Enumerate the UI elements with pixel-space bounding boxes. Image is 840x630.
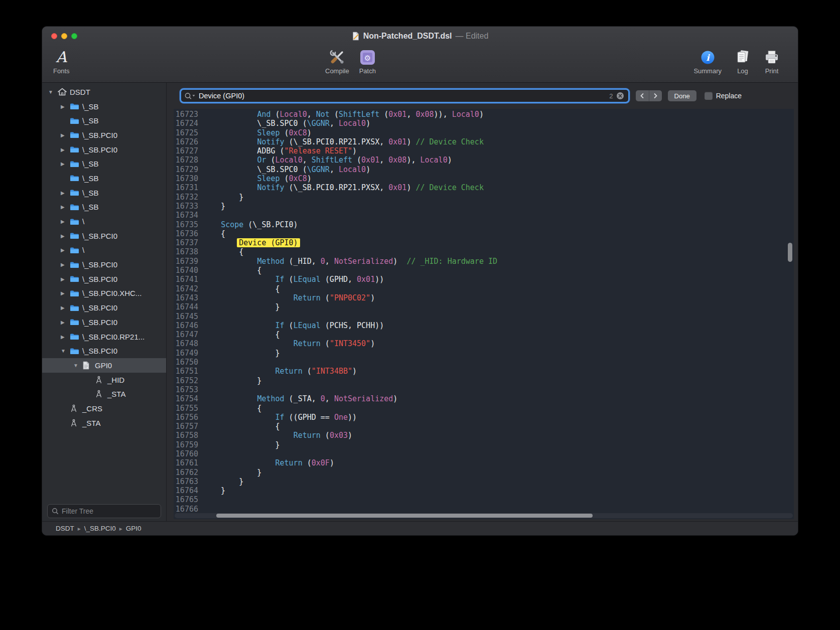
tree-item-sbpci0[interactable]: ▶\_SB.PCI0: [42, 272, 166, 286]
disclosure-collapsed-icon[interactable]: ▶: [60, 204, 70, 210]
replace-checkbox[interactable]: [705, 92, 713, 100]
disclosure-collapsed-icon[interactable]: ▶: [60, 190, 70, 196]
filter-tree-field[interactable]: [47, 504, 161, 518]
breadcrumb-item[interactable]: \_SB.PCI0: [84, 525, 116, 532]
code-line-16762[interactable]: }: [203, 468, 794, 477]
tree-item-sb[interactable]: \_SB: [42, 113, 166, 128]
tree-item-sbpci0[interactable]: ▼\_SB.PCI0: [42, 344, 166, 358]
code-line-16750[interactable]: [203, 358, 794, 367]
disclosure-expanded-icon[interactable]: ▼: [47, 89, 57, 95]
fonts-button[interactable]: A Fonts: [53, 48, 70, 75]
code-line-16736[interactable]: {: [203, 229, 794, 238]
tree-item-[interactable]: ▶\: [42, 214, 166, 229]
disclosure-collapsed-icon[interactable]: ▶: [60, 276, 70, 282]
filter-tree-input[interactable]: [62, 507, 157, 515]
breadcrumb-item[interactable]: GPI0: [126, 525, 142, 532]
tree-item-sb[interactable]: ▶\_SB: [42, 186, 166, 200]
tree-item-sta[interactable]: _STA: [42, 416, 166, 430]
disclosure-collapsed-icon[interactable]: ▶: [60, 262, 70, 267]
disclosure-collapsed-icon[interactable]: ▶: [60, 320, 70, 325]
disclosure-expanded-icon[interactable]: ▼: [72, 363, 82, 368]
disclosure-collapsed-icon[interactable]: ▶: [60, 219, 70, 224]
tree-item-sbpci0[interactable]: ▶\_SB.PCI0: [42, 315, 166, 330]
tree-item-sb[interactable]: ▶\_SB: [42, 200, 166, 215]
code-area[interactable]: And (Local0, Not (ShiftLeft (0x01, 0x08)…: [203, 110, 794, 519]
disclosure-collapsed-icon[interactable]: ▶: [60, 132, 70, 138]
code-line-16748[interactable]: Return ("INT3450"): [203, 339, 794, 348]
tree-item-sbpci0xhc[interactable]: ▶\_SB.PCI0.XHC...: [42, 286, 166, 301]
code-line-16742[interactable]: {: [203, 284, 794, 293]
code-line-16755[interactable]: {: [203, 404, 794, 413]
tree-item-sb[interactable]: ▶\_SB: [42, 99, 166, 114]
code-line-16727[interactable]: ADBG ("Release RESET"): [203, 146, 794, 155]
code-line-16743[interactable]: Return ("PNP0C02"): [203, 293, 794, 302]
vertical-scrollbar[interactable]: [788, 243, 792, 262]
code-line-16734[interactable]: [203, 211, 794, 220]
code-line-16760[interactable]: [203, 449, 794, 458]
code-line-16728[interactable]: Or (Local0, ShiftLeft (0x01, 0x08), Loca…: [203, 155, 794, 165]
code-line-16735[interactable]: Scope (\_SB.PCI0): [203, 220, 794, 229]
tree-item-dsdt[interactable]: ▼DSDT: [42, 85, 166, 99]
print-button[interactable]: Print: [764, 48, 780, 75]
code-line-16737[interactable]: Device (GPI0): [203, 238, 794, 247]
find-next-button[interactable]: [649, 90, 662, 101]
breadcrumb-item[interactable]: DSDT: [56, 525, 74, 532]
tree-item-sbpci0[interactable]: ▶\_SB.PCI0: [42, 128, 166, 142]
clear-search-button[interactable]: [616, 92, 624, 100]
code-line-16752[interactable]: }: [203, 376, 794, 385]
tree-item-crs[interactable]: _CRS: [42, 401, 166, 416]
summary-button[interactable]: i Summary: [693, 48, 722, 75]
search-input[interactable]: [199, 92, 606, 100]
disclosure-collapsed-icon[interactable]: ▶: [60, 161, 70, 167]
code-line-16765[interactable]: [203, 495, 794, 504]
code-line-16726[interactable]: Notify (\_SB.PCI0.RP21.PXSX, 0x01) // De…: [203, 137, 794, 146]
compile-button[interactable]: Compile: [325, 48, 349, 75]
tree-item-sbpci0[interactable]: ▶\_SB.PCI0: [42, 142, 166, 157]
tree-item-sbpci0[interactable]: ▶\_SB.PCI0: [42, 229, 166, 243]
code-line-16723[interactable]: And (Local0, Not (ShiftLeft (0x01, 0x08)…: [203, 110, 794, 119]
done-button[interactable]: Done: [668, 90, 696, 101]
code-line-16745[interactable]: [203, 312, 794, 321]
tree-item-gpi0[interactable]: ▼GPI0: [42, 358, 166, 373]
code-line-16757[interactable]: {: [203, 422, 794, 431]
tree-item-[interactable]: ▶\: [42, 243, 166, 258]
code-line-16724[interactable]: \_SB.SPC0 (\GGNR, Local0): [203, 119, 794, 128]
code-line-16732[interactable]: }: [203, 193, 794, 202]
code-line-16733[interactable]: }: [203, 202, 794, 211]
horizontal-scrollbar[interactable]: [216, 514, 593, 518]
tree-item-sbpci0rp21[interactable]: ▶\_SB.PCI0.RP21...: [42, 330, 166, 344]
code-line-16731[interactable]: Notify (\_SB.PCI0.RP21.PXSX, 0x01) // De…: [203, 183, 794, 192]
disclosure-collapsed-icon[interactable]: ▶: [60, 147, 70, 152]
tree-item-sb[interactable]: \_SB: [42, 171, 166, 186]
code-line-16766[interactable]: [203, 505, 794, 514]
code-line-16763[interactable]: }: [203, 477, 794, 486]
code-line-16744[interactable]: }: [203, 302, 794, 311]
code-line-16730[interactable]: Sleep (0xC8): [203, 174, 794, 183]
disclosure-collapsed-icon[interactable]: ▶: [60, 233, 70, 239]
tree-item-hid[interactable]: _HID: [42, 373, 166, 387]
code-line-16749[interactable]: }: [203, 349, 794, 358]
code-line-16754[interactable]: Method (_STA, 0, NotSerialized): [203, 394, 794, 403]
tree-item-sbpci0[interactable]: ▶\_SB.PCI0: [42, 257, 166, 272]
tree-item-sb[interactable]: ▶\_SB: [42, 156, 166, 171]
code-line-16746[interactable]: If (LEqual (PCHS, PCHH)): [203, 321, 794, 330]
code-line-16740[interactable]: {: [203, 266, 794, 275]
code-line-16764[interactable]: }: [203, 486, 794, 495]
disclosure-collapsed-icon[interactable]: ▶: [60, 247, 70, 253]
code-line-16753[interactable]: [203, 385, 794, 394]
code-line-16747[interactable]: {: [203, 330, 794, 339]
code-line-16759[interactable]: }: [203, 440, 794, 449]
code-line-16761[interactable]: Return (0x0F): [203, 458, 794, 467]
disclosure-collapsed-icon[interactable]: ▶: [60, 334, 70, 340]
disclosure-collapsed-icon[interactable]: ▶: [60, 290, 70, 296]
code-line-16751[interactable]: Return ("INT34BB"): [203, 367, 794, 376]
disclosure-collapsed-icon[interactable]: ▶: [60, 104, 70, 109]
disclosure-collapsed-icon[interactable]: ▶: [60, 305, 70, 310]
code-line-16758[interactable]: Return (0x03): [203, 431, 794, 440]
patch-button[interactable]: ⚙ Patch: [359, 48, 376, 75]
search-field[interactable]: 2: [180, 88, 630, 103]
tree-item-sta[interactable]: _STA: [42, 387, 166, 401]
find-previous-button[interactable]: [636, 90, 649, 101]
code-line-16739[interactable]: Method (_HID, 0, NotSerialized) // _HID:…: [203, 257, 794, 266]
titlebar[interactable]: Non-Patched_DSDT.dsl — Edited: [42, 27, 798, 46]
